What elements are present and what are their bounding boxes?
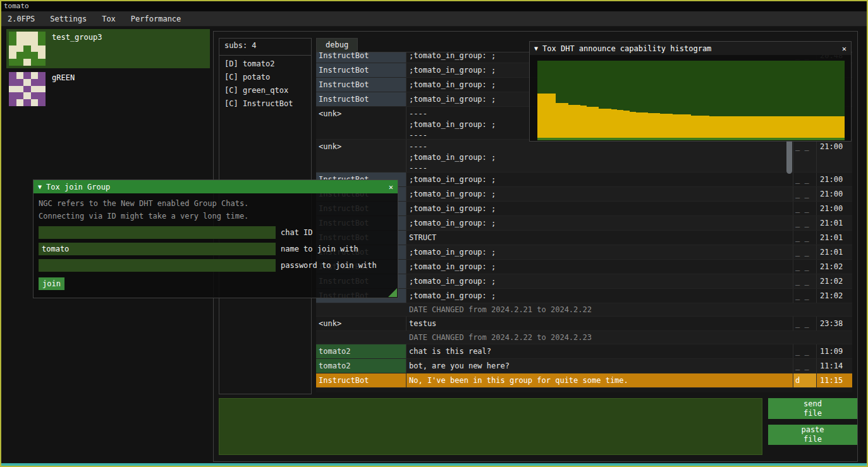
group-avatar <box>9 72 46 106</box>
join-field-label: password to join with <box>281 261 377 270</box>
message-flags: _ _ <box>793 245 817 259</box>
fps-indicator: 2.0FPS <box>4 15 42 23</box>
join-field-row: password to join with <box>39 259 398 272</box>
menu-item-settings[interactable]: Settings <box>42 15 94 23</box>
message-time: 21:01 <box>817 245 852 259</box>
join-input-chat-ID[interactable] <box>39 226 276 239</box>
message-flags: _ _ <box>793 231 817 245</box>
window-titlebar[interactable]: tomato <box>1 1 867 11</box>
sender-name: tomato2 <box>316 344 406 358</box>
join-group-window: ▼ Tox join Group ✕ NGC refers to the New… <box>33 179 398 298</box>
message-time: 21:02 <box>817 289 852 303</box>
close-icon[interactable]: ✕ <box>389 183 393 191</box>
message-time: 21:00 <box>817 187 852 201</box>
message-time: 23:38 <box>817 317 852 331</box>
join-field-row: chat ID <box>39 226 398 239</box>
chat-row-date: DATE CHANGED from 2024.2.21 to 2024.2.22 <box>316 303 852 317</box>
sender-name: InstructBot <box>316 373 406 387</box>
send-file-button[interactable]: send file <box>768 398 857 419</box>
group-name: gREEN <box>52 72 75 82</box>
menubar: 2.0FPS SettingsToxPerformance <box>1 11 867 27</box>
date-changed-text: DATE CHANGED from 2024.2.22 to 2024.2.23 <box>406 331 594 344</box>
group-name: test_group3 <box>52 32 102 42</box>
roster-item-gREEN[interactable]: gREEN <box>6 70 210 109</box>
histogram-window-titlebar[interactable]: ▼ Tox DHT announce capability histogram … <box>530 42 851 55</box>
message-text: testus <box>406 317 793 331</box>
message-text: ;tomato_in_group: ; <box>406 274 793 288</box>
join-fields: chat IDname to join withpassword to join… <box>34 226 398 272</box>
message-text: ;tomato_in_group: ; <box>406 260 793 274</box>
histogram-plot <box>537 61 845 140</box>
chat-row[interactable]: <unk>----;tomato_in_group: ;----_ _21:00 <box>316 140 852 173</box>
sender-name: <unk> <box>316 140 406 172</box>
sender-name: <unk> <box>316 107 406 139</box>
join-field-row: name to join with <box>39 243 398 255</box>
chat-row[interactable]: tomato2bot, are you new here?_ _11:14 <box>316 359 852 373</box>
paste-file-button[interactable]: paste file <box>768 425 857 445</box>
member-item[interactable]: [C] potato <box>219 71 311 84</box>
chat-row-date: DATE CHANGED from 2024.2.22 to 2024.2.23 <box>316 331 852 344</box>
collapse-icon[interactable]: ▼ <box>534 45 538 52</box>
join-info-line: NGC refers to the New DHT enabled Group … <box>39 197 398 210</box>
histogram-window: ▼ Tox DHT announce capability histogram … <box>529 41 852 142</box>
message-text: STRUCT <box>406 231 793 245</box>
group-avatar <box>9 32 46 66</box>
members-header: subs: 4 <box>219 39 311 52</box>
chat-row[interactable]: <unk>testus_ _23:38 <box>316 317 852 331</box>
message-text: ----;tomato_in_group: ;---- <box>406 140 793 172</box>
date-changed-text: DATE CHANGED from 2024.2.21 to 2024.2.22 <box>406 303 594 316</box>
sender-name: InstructBot <box>316 92 406 106</box>
member-item[interactable]: [C] green_qtox <box>219 84 311 97</box>
composer-input[interactable] <box>219 398 762 455</box>
message-text: ;tomato_in_group: ; <box>406 245 793 259</box>
collapse-icon[interactable]: ▼ <box>38 183 42 190</box>
roster-item-test_group3[interactable]: test_group3 <box>6 29 210 68</box>
message-text: ;tomato_in_group: ; <box>406 216 793 230</box>
message-flags: _ _ <box>793 260 817 274</box>
sender-name: InstructBot <box>316 78 406 92</box>
message-time: 21:01 <box>817 216 852 230</box>
menu-item-performance[interactable]: Performance <box>123 15 188 23</box>
message-time: 21:00 <box>817 140 852 172</box>
message-text: ;tomato_in_group: ; <box>406 289 793 303</box>
close-icon[interactable]: ✕ <box>842 44 847 53</box>
message-text: chat is this real? <box>406 344 793 358</box>
message-time: 11:15 <box>817 373 852 387</box>
join-group-window-title: Tox join Group <box>46 183 110 191</box>
tab-debug[interactable]: debug <box>316 38 358 52</box>
message-flags: _ _ <box>793 173 817 186</box>
message-flags: _ _ <box>793 289 817 303</box>
sender-name: InstructBot <box>316 52 406 63</box>
message-time: 11:14 <box>817 359 852 373</box>
chat-row[interactable]: tomato2chat is this real?_ _11:09 <box>316 344 852 359</box>
message-flags: _ _ <box>793 274 817 288</box>
histogram-window-title: Tox DHT announce capability histogram <box>542 44 711 53</box>
message-time: 21:02 <box>817 260 852 274</box>
message-flags: _ _ <box>793 140 817 172</box>
join-input-password-to-join-with[interactable] <box>39 259 276 272</box>
join-field-label: chat ID <box>281 228 313 237</box>
message-time: 21:01 <box>817 231 852 245</box>
member-item[interactable]: [C] InstructBot <box>219 97 311 111</box>
join-button[interactable]: join <box>39 277 64 290</box>
message-time: 21:00 <box>817 173 852 186</box>
join-input-name-to-join-with[interactable] <box>39 243 276 255</box>
message-flags: _ _ <box>793 317 817 331</box>
message-text: ;tomato_in_group: ; <box>406 173 793 186</box>
message-text: bot, are you new here? <box>406 359 793 373</box>
sender-name: tomato2 <box>316 359 406 373</box>
message-text: ;tomato_in_group: ; <box>406 187 793 201</box>
message-flags: _ _ <box>793 216 817 230</box>
sender-name: InstructBot <box>316 63 406 77</box>
join-field-label: name to join with <box>281 245 358 253</box>
message-flags: _ _ <box>793 202 817 215</box>
join-info-line: Connecting via ID might take a very long… <box>39 210 398 222</box>
message-time: 21:02 <box>817 274 852 288</box>
message-flags: _ _ <box>793 344 817 358</box>
join-group-window-titlebar[interactable]: ▼ Tox join Group ✕ <box>34 180 398 193</box>
member-item[interactable]: [D] tomato2 <box>219 58 311 71</box>
menu-item-tox[interactable]: Tox <box>94 15 123 23</box>
resize-grip-icon[interactable] <box>388 288 397 297</box>
chat-row[interactable]: InstructBotNo, I've been in this group f… <box>316 373 852 388</box>
message-text: ;tomato_in_group: ; <box>406 202 793 215</box>
